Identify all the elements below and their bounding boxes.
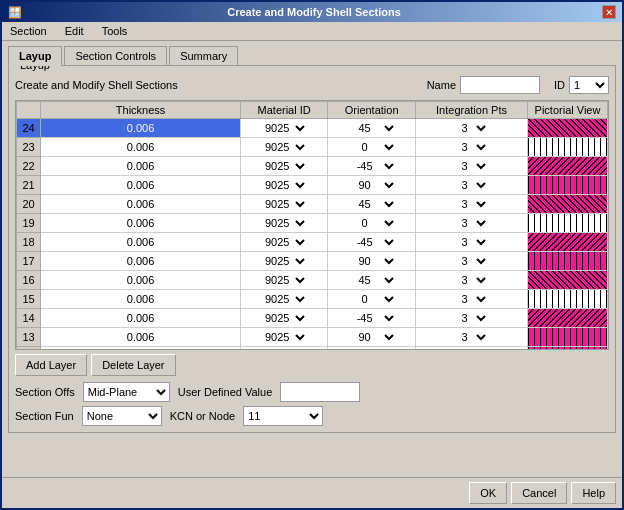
- material-cell[interactable]: 9025: [241, 214, 328, 233]
- thickness-input[interactable]: [43, 252, 238, 270]
- material-select[interactable]: 9025: [294, 179, 308, 192]
- menu-section[interactable]: Section: [6, 24, 51, 38]
- material-input[interactable]: [260, 350, 294, 351]
- integration-cell[interactable]: 3: [416, 138, 528, 157]
- table-row[interactable]: 229025-453: [17, 157, 608, 176]
- orientation-cell[interactable]: -45: [328, 309, 416, 328]
- orientation-input[interactable]: [347, 350, 383, 351]
- id-select[interactable]: 1: [569, 76, 609, 94]
- material-input[interactable]: [260, 255, 294, 267]
- integration-cell[interactable]: 3: [416, 119, 528, 138]
- cancel-button[interactable]: Cancel: [511, 482, 567, 504]
- orientation-select[interactable]: 90: [383, 331, 397, 344]
- material-cell[interactable]: 9025: [241, 328, 328, 347]
- close-button[interactable]: ✕: [602, 5, 616, 19]
- integration-input[interactable]: [455, 293, 475, 305]
- material-input[interactable]: [260, 312, 294, 324]
- material-cell[interactable]: 9025: [241, 309, 328, 328]
- orientation-input[interactable]: [347, 255, 383, 267]
- integration-select[interactable]: 3: [475, 179, 489, 192]
- integration-cell[interactable]: 3: [416, 157, 528, 176]
- thickness-input[interactable]: [43, 157, 238, 175]
- table-row[interactable]: 19902503: [17, 214, 608, 233]
- table-row[interactable]: 249025453: [17, 119, 608, 138]
- section-function-select[interactable]: None: [82, 406, 162, 426]
- material-cell[interactable]: 9025: [241, 195, 328, 214]
- integration-select[interactable]: 3: [475, 236, 489, 249]
- orientation-cell[interactable]: 0: [328, 138, 416, 157]
- integration-cell[interactable]: 3: [416, 195, 528, 214]
- table-row[interactable]: 219025903: [17, 176, 608, 195]
- orientation-cell[interactable]: 45: [328, 271, 416, 290]
- material-input[interactable]: [260, 331, 294, 343]
- thickness-input[interactable]: [43, 119, 238, 137]
- user-defined-input[interactable]: [280, 382, 360, 402]
- integration-cell[interactable]: 3: [416, 214, 528, 233]
- thickness-input[interactable]: [43, 328, 238, 346]
- kcn-select[interactable]: 11: [243, 406, 323, 426]
- orientation-select[interactable]: 0: [383, 217, 397, 230]
- thickness-cell[interactable]: [41, 309, 241, 328]
- material-select[interactable]: 9025: [294, 160, 308, 173]
- material-cell[interactable]: 9025: [241, 347, 328, 351]
- table-row[interactable]: 169025453: [17, 271, 608, 290]
- material-select[interactable]: 9025: [294, 293, 308, 306]
- thickness-cell[interactable]: [41, 233, 241, 252]
- name-input[interactable]: [460, 76, 540, 94]
- integration-cell[interactable]: 3: [416, 233, 528, 252]
- integration-select[interactable]: 3: [475, 274, 489, 287]
- orientation-input[interactable]: [347, 179, 383, 191]
- ok-button[interactable]: OK: [469, 482, 507, 504]
- orientation-cell[interactable]: 90: [328, 176, 416, 195]
- orientation-select[interactable]: 45: [383, 198, 397, 211]
- thickness-cell[interactable]: [41, 195, 241, 214]
- table-row[interactable]: 139025903: [17, 328, 608, 347]
- add-layer-button[interactable]: Add Layer: [15, 354, 87, 376]
- material-select[interactable]: 9025: [294, 198, 308, 211]
- tab-summary[interactable]: Summary: [169, 46, 238, 66]
- integration-input[interactable]: [455, 236, 475, 248]
- material-input[interactable]: [260, 293, 294, 305]
- integration-select[interactable]: 3: [475, 312, 489, 325]
- layers-table-container[interactable]: Thickness Material ID Orientation Integr…: [15, 100, 609, 350]
- integration-input[interactable]: [455, 160, 475, 172]
- integration-select[interactable]: 3: [475, 217, 489, 230]
- thickness-input[interactable]: [43, 138, 238, 156]
- thickness-input[interactable]: [43, 309, 238, 327]
- orientation-input[interactable]: [347, 312, 383, 324]
- material-input[interactable]: [260, 122, 294, 134]
- integration-select[interactable]: 3: [475, 350, 489, 351]
- thickness-cell[interactable]: [41, 290, 241, 309]
- table-row[interactable]: 23902503: [17, 138, 608, 157]
- integration-input[interactable]: [455, 312, 475, 324]
- thickness-input[interactable]: [43, 271, 238, 289]
- material-select[interactable]: 9025: [294, 331, 308, 344]
- material-cell[interactable]: 9025: [241, 252, 328, 271]
- integration-select[interactable]: 3: [475, 255, 489, 268]
- integration-input[interactable]: [455, 198, 475, 210]
- thickness-cell[interactable]: [41, 119, 241, 138]
- menu-edit[interactable]: Edit: [61, 24, 88, 38]
- integration-cell[interactable]: 3: [416, 252, 528, 271]
- orientation-select[interactable]: 45: [383, 122, 397, 135]
- menu-tools[interactable]: Tools: [98, 24, 132, 38]
- orientation-cell[interactable]: -45: [328, 157, 416, 176]
- material-input[interactable]: [260, 236, 294, 248]
- orientation-select[interactable]: 0: [383, 141, 397, 154]
- integration-select[interactable]: 3: [475, 141, 489, 154]
- orientation-input[interactable]: [347, 331, 383, 343]
- integration-select[interactable]: 3: [475, 160, 489, 173]
- material-input[interactable]: [260, 160, 294, 172]
- orientation-cell[interactable]: 90: [328, 328, 416, 347]
- material-input[interactable]: [260, 141, 294, 153]
- thickness-cell[interactable]: [41, 328, 241, 347]
- material-input[interactable]: [260, 198, 294, 210]
- table-row[interactable]: 129025903: [17, 347, 608, 351]
- material-select[interactable]: 9025: [294, 217, 308, 230]
- material-select[interactable]: 9025: [294, 274, 308, 287]
- material-input[interactable]: [260, 179, 294, 191]
- thickness-cell[interactable]: [41, 252, 241, 271]
- thickness-cell[interactable]: [41, 157, 241, 176]
- material-select[interactable]: 9025: [294, 312, 308, 325]
- material-cell[interactable]: 9025: [241, 119, 328, 138]
